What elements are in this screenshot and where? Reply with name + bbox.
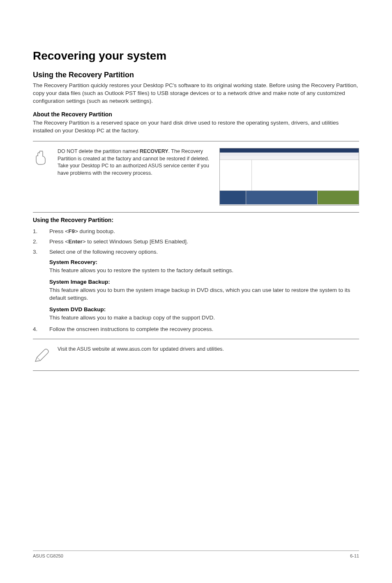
step-body: Press <Enter> to select Windows Setup [E…: [49, 238, 359, 245]
option-item: System Image Backup: This feature allows…: [49, 279, 359, 302]
step-item: 1. Press <F9> during bootup.: [33, 228, 359, 234]
hand-warning-icon: [33, 150, 49, 166]
page-title: Recovering your system: [33, 49, 359, 62]
warning-bold: RECOVERY: [140, 148, 168, 154]
option-text: This feature allows you to restore the s…: [49, 267, 359, 275]
warning-text: DO NOT delete the partition named RECOVE…: [58, 148, 214, 177]
divider: [33, 212, 359, 213]
step-number: 4.: [33, 326, 49, 332]
step-item: 4. Follow the onscreen instructions to c…: [33, 326, 359, 332]
section-using-partition-title: Using the Recovery Partition: [33, 71, 359, 79]
section-about-partition-text: The Recovery Partition is a reserved spa…: [33, 119, 359, 135]
option-head: System Image Backup:: [49, 279, 359, 285]
divider: [33, 339, 359, 339]
warning-pre: DO NOT delete the partition named: [58, 148, 140, 154]
step-number: 2.: [33, 238, 49, 245]
page-footer: ASUS CG8250 6-11: [33, 551, 359, 558]
footer-page-number: 6-11: [350, 553, 359, 558]
option-text: This feature allows you to make a backup…: [49, 314, 359, 322]
option-item: System Recovery: This feature allows you…: [49, 259, 359, 275]
step-post: > during bootup.: [75, 228, 115, 234]
info-note: Visit the ASUS website at www.asus.com f…: [33, 346, 359, 364]
option-head: System Recovery:: [49, 259, 359, 265]
step-pre: Press <: [49, 238, 68, 245]
divider: [33, 141, 359, 141]
step-post: > to select Windows Setup [EMS Enabled].: [83, 238, 188, 245]
divider: [33, 370, 359, 371]
step-item: 3. Select one of the following recovery …: [33, 249, 359, 255]
option-head: System DVD Backup:: [49, 306, 359, 312]
warning-note: DO NOT delete the partition named RECOVE…: [33, 148, 359, 206]
step-number: 3.: [33, 249, 49, 255]
section-about-partition-title: About the Recovery Partition: [33, 111, 359, 118]
using-partition-steps-title: Using the Recovery Partition:: [33, 217, 359, 223]
step-number: 1.: [33, 228, 49, 234]
step-body: Follow the onscreen instructions to comp…: [49, 326, 359, 332]
option-text: This feature allows you to burn the syst…: [49, 287, 359, 302]
step-item: 2. Press <Enter> to select Windows Setup…: [33, 238, 359, 245]
step-body: Press <F9> during bootup.: [49, 228, 359, 234]
pencil-icon: [33, 347, 49, 364]
step-pre: Press <: [49, 228, 68, 234]
section-using-partition-text: The Recovery Partition quickly restores …: [33, 82, 359, 105]
disk-management-screenshot: [219, 148, 359, 206]
footer-product: ASUS CG8250: [33, 553, 63, 558]
step-key: Enter: [68, 238, 83, 245]
option-item: System DVD Backup: This feature allows y…: [49, 306, 359, 322]
info-text: Visit the ASUS website at www.asus.com f…: [58, 346, 224, 353]
step-body: Select one of the following recovery opt…: [49, 249, 359, 255]
step-key: F9: [68, 228, 75, 234]
